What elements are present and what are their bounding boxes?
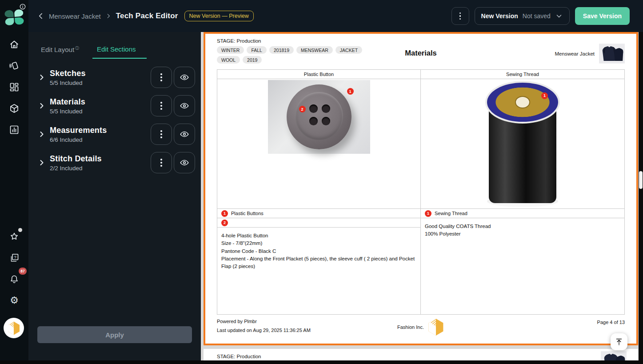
home-icon[interactable] xyxy=(5,36,23,53)
section-visibility-button[interactable] xyxy=(174,152,195,173)
chevron-right-icon[interactable] xyxy=(37,158,46,167)
section-title: Sketches xyxy=(50,69,86,78)
annotation-marker: 1 xyxy=(347,88,354,95)
eye-icon xyxy=(180,101,189,111)
chevron-right-icon[interactable] xyxy=(37,101,46,110)
section-row-stitch-details: Stitch Details 2/2 Included xyxy=(37,152,195,173)
logo-leaf xyxy=(4,10,14,17)
viewport-bottom-edge xyxy=(0,360,643,364)
section-title: Stitch Details xyxy=(50,154,102,164)
description-line: 4-hole Plastic Button xyxy=(221,232,416,240)
svg-text:?: ? xyxy=(14,255,16,260)
version-dropdown-status: Not saved xyxy=(523,12,551,20)
eye-icon xyxy=(180,129,189,139)
stage-label: STAGE: Production xyxy=(217,354,261,359)
version-dropdown[interactable]: New Version Not saved xyxy=(475,7,570,25)
section-count: 5/5 Included xyxy=(50,108,85,115)
dashboard-icon[interactable] xyxy=(5,78,23,96)
tab-edit-layout[interactable]: Edit Layoutⓘ xyxy=(41,45,79,53)
breadcrumb-parent[interactable]: Menswear Jacket xyxy=(49,12,101,20)
logo-leaf xyxy=(5,18,14,25)
section-visibility-button[interactable] xyxy=(174,95,195,116)
section-row-sketches: Sketches 5/5 Included xyxy=(37,67,195,88)
stage-label: STAGE: Production xyxy=(217,38,625,44)
annotation-marker: 2 xyxy=(299,106,306,112)
version-dropdown-label: New Version xyxy=(481,12,518,20)
materials-table: Plastic Button 1 2 xyxy=(217,69,625,315)
annotation-row: 1 Sewing Thread xyxy=(421,209,624,218)
logo-leaf xyxy=(14,9,24,17)
scroll-to-top-button[interactable] xyxy=(611,333,627,350)
favorites-dot-badge xyxy=(18,228,22,232)
plastic-button-image: 1 2 xyxy=(217,79,420,209)
annotation-marker: 2 xyxy=(221,220,228,226)
save-version-button[interactable]: Save Version xyxy=(575,7,630,25)
description-line: Pantone Code - Black C xyxy=(221,248,416,255)
info-icon[interactable]: ⓘ xyxy=(75,46,79,50)
material-description: Good Quality COATS Thread 100% Polyester xyxy=(421,218,624,314)
scroll-to-top-icon xyxy=(615,337,623,346)
chevron-right-icon[interactable] xyxy=(37,130,46,139)
package-icon[interactable] xyxy=(5,100,23,117)
page-number-label: Page 4 of 13 xyxy=(597,320,625,325)
product-jacket-thumbnail xyxy=(599,44,625,64)
section-title: Materials xyxy=(50,97,85,107)
favorites-icon[interactable] xyxy=(5,228,23,245)
section-row-measurements: Measurements 6/6 Included xyxy=(37,124,195,145)
chevron-right-icon[interactable] xyxy=(37,73,46,82)
section-count: 2/2 Included xyxy=(50,165,102,172)
description-line: Placement - Along the Front Placket (5 p… xyxy=(221,255,416,271)
design-icon[interactable] xyxy=(5,57,23,75)
info-icon[interactable] xyxy=(20,4,26,10)
section-kebab-button[interactable] xyxy=(151,67,172,88)
notifications-icon[interactable]: 87 xyxy=(5,270,23,288)
column-header: Sewing Thread xyxy=(421,70,624,79)
docs-icon[interactable]: ? xyxy=(5,249,23,267)
annotation-row: 1 Plastic Buttons xyxy=(217,209,420,218)
section-count: 5/5 Included xyxy=(50,80,86,86)
analytics-icon[interactable] xyxy=(5,121,23,139)
topbar: Menswear Jacket Tech Pack Editor New Ver… xyxy=(28,0,643,32)
sections-sidebar: Edit Layoutⓘ Edit Sections Sketches 5/5 … xyxy=(28,32,201,364)
techpack-page-materials[interactable]: STAGE: Production WINTER FALL 201819 MEN… xyxy=(204,32,638,345)
annotation-marker: 1 xyxy=(221,210,228,217)
annotation-marker: 1 xyxy=(425,210,431,217)
version-preview-badge: New Version — Preview xyxy=(184,11,254,21)
description-line: Size - 7/8"(22mm) xyxy=(221,240,416,247)
section-count: 6/6 Included xyxy=(50,136,107,143)
section-kebab-button[interactable] xyxy=(151,152,172,173)
topbar-kebab-menu-button[interactable] xyxy=(451,7,469,25)
description-line: Good Quality COATS Thread xyxy=(425,223,620,230)
eye-icon xyxy=(180,72,189,82)
apply-button[interactable]: Apply xyxy=(37,326,192,343)
tab-edit-sections[interactable]: Edit Sections xyxy=(97,45,136,53)
section-visibility-button[interactable] xyxy=(174,67,195,88)
workspace-avatar[interactable] xyxy=(4,318,24,338)
scrollbar-thumb[interactable] xyxy=(639,171,643,189)
settings-gear-icon[interactable]: ⚙ xyxy=(5,292,23,309)
page-title: Tech Pack Editor xyxy=(116,12,178,20)
eye-icon xyxy=(180,158,189,168)
chevron-down-icon xyxy=(555,12,563,20)
annotation-marker: 1 xyxy=(541,92,548,99)
document-canvas: STAGE: Production WINTER FALL 201819 MEN… xyxy=(201,32,643,364)
logo-leaf xyxy=(15,17,24,25)
section-visibility-button[interactable] xyxy=(174,124,195,145)
section-kebab-button[interactable] xyxy=(151,95,172,116)
section-kebab-button[interactable] xyxy=(151,124,172,145)
annotation-label: Sewing Thread xyxy=(435,211,467,216)
active-tab-underline xyxy=(92,58,147,59)
company-name: Fashion Inc. xyxy=(397,324,424,330)
app-logo[interactable] xyxy=(4,9,25,27)
back-button[interactable] xyxy=(34,9,48,23)
description-line: 100% Polyester xyxy=(425,230,620,238)
section-row-materials: Materials 5/5 Included xyxy=(37,95,195,116)
tab-edit-layout-label: Edit Layout xyxy=(41,46,74,53)
sewing-thread-image: 1 xyxy=(421,79,624,209)
scrollbar-track[interactable] xyxy=(639,32,643,364)
breadcrumb-separator-icon xyxy=(105,13,112,19)
material-description: 4-hole Plastic Button Size - 7/8"(22mm) … xyxy=(217,228,420,314)
page-footer: Powered by Plmbr Last updated on Aug 29,… xyxy=(217,318,625,338)
section-title: Measurements xyxy=(50,126,107,135)
icon-rail: ? 87 ⚙ xyxy=(0,0,28,364)
